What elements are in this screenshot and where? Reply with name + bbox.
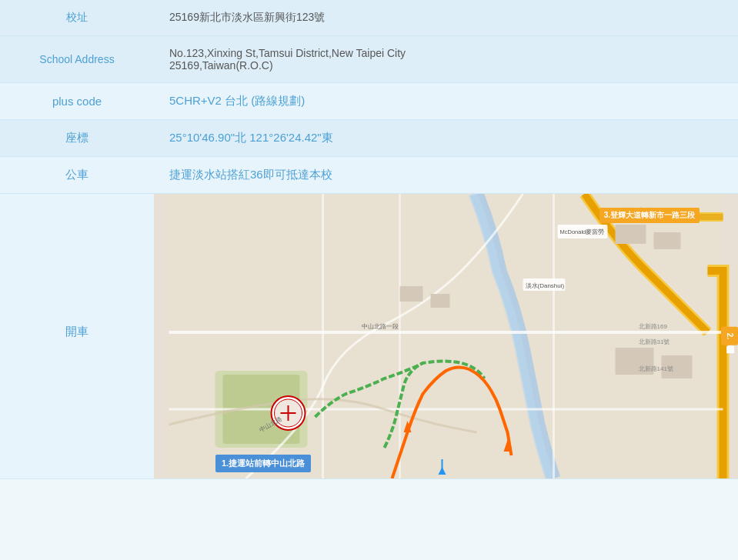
value-chinese-address: 25169新北市淡水區新興街123號 — [154, 0, 738, 36]
label-school-address: School Address — [0, 36, 154, 83]
map-container[interactable]: 登輝大道 新市一路三段 中山北路一段 中山北路 McDonald麥當勞 淡水(D… — [154, 194, 738, 478]
address-line2: 25169,Taiwan(R.O.C) — [169, 59, 273, 72]
svg-text:中山北路一段: 中山北路一段 — [362, 323, 399, 330]
svg-rect-15 — [431, 294, 450, 308]
pluscode-suffix: ) — [301, 94, 305, 107]
svg-text:北新路141號: 北新路141號 — [639, 365, 673, 372]
value-drive: 登輝大道 新市一路三段 中山北路一段 中山北路 McDonald麥當勞 淡水(D… — [154, 194, 738, 479]
label-coords: 座標 — [0, 120, 154, 157]
svg-rect-14 — [400, 286, 423, 302]
row-bus: 公車 捷運淡水站搭紅36即可抵達本校 — [0, 157, 738, 194]
value-bus: 捷運淡水站搭紅36即可抵達本校 — [154, 157, 738, 194]
value-school-address: No.123,Xinxing St,Tamsui District,New Ta… — [154, 36, 738, 83]
info-table: 校址 25169新北市淡水區新興街123號 School Address No.… — [0, 0, 738, 479]
svg-text:淡水(Danshui): 淡水(Danshui) — [526, 282, 565, 289]
label-chinese-address: 校址 — [0, 0, 154, 36]
map-label-1: 1.捷運站前轉中山北路 — [215, 455, 311, 472]
label-pluscode: plus code — [0, 83, 154, 120]
value-coords: 25°10'46.90"北 121°26'24.42"東 — [154, 120, 738, 157]
svg-rect-16 — [616, 225, 646, 244]
address-line1: No.123,Xinxing St,Tamsui District,New Ta… — [169, 47, 406, 59]
map-label-3: 3.登輝大道轉新市一路三段 — [599, 208, 700, 223]
svg-text:北新路169: 北新路169 — [639, 323, 668, 330]
row-coords: 座標 25°10'46.90"北 121°26'24.42"東 — [0, 120, 738, 157]
svg-text:McDonald麥當勞: McDonald麥當勞 — [560, 228, 605, 235]
map-label-2: 2.登輝大道轉北新路 — [721, 327, 738, 345]
svg-text:北新路31號: 北新路31號 — [639, 338, 670, 345]
label-drive: 開車 — [0, 194, 154, 479]
label-bus: 公車 — [0, 157, 154, 194]
value-pluscode: 5CHR+V2 台北 (路線規劃) — [154, 83, 738, 120]
pluscode-link[interactable]: 路線規劃 — [255, 94, 301, 107]
row-chinese-address: 校址 25169新北市淡水區新興街123號 — [0, 0, 738, 36]
svg-rect-17 — [654, 232, 681, 249]
pluscode-prefix: 5CHR+V2 台北 ( — [169, 94, 255, 107]
map-svg: 登輝大道 新市一路三段 中山北路一段 中山北路 McDonald麥當勞 淡水(D… — [154, 194, 738, 478]
row-school-address: School Address No.123,Xinxing St,Tamsui … — [0, 36, 738, 83]
row-pluscode: plus code 5CHR+V2 台北 (路線規劃) — [0, 83, 738, 120]
row-drive: 開車 — [0, 194, 738, 479]
